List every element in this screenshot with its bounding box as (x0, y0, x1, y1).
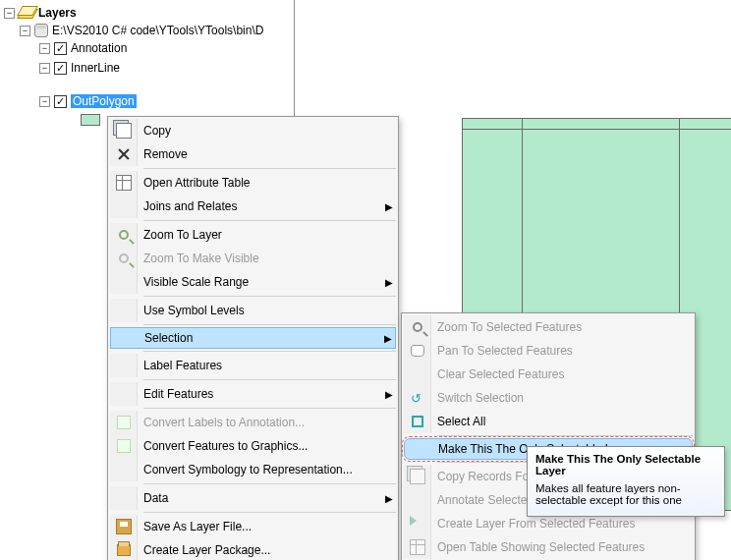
tooltip-title: Make This The Only Selectable Layer (535, 453, 716, 476)
menu-separator (437, 435, 693, 436)
symbol-swatch-outpolygon[interactable] (81, 114, 100, 126)
checkbox-innerline[interactable]: ✓ (54, 62, 67, 75)
expander-outpolygon[interactable]: − (39, 96, 50, 107)
submenu-arrow-icon: ▶ (382, 389, 396, 400)
database-icon (34, 24, 48, 37)
mi-open-attribute-table[interactable]: Open Attribute Table (110, 171, 396, 195)
mi-visible-scale-range[interactable]: Visible Scale Range▶ (110, 270, 396, 294)
mi-open-table-selected: Open Table Showing Selected Features (404, 535, 693, 559)
mi-joins-relates[interactable]: Joins and Relates▶ (110, 195, 396, 218)
mi-edit-features[interactable]: Edit Features▶ (110, 382, 396, 406)
mi-label-features[interactable]: Label Features (110, 354, 396, 377)
package-icon (117, 544, 131, 556)
layer-context-menu: Copy Remove Open Attribute Table Joins a… (107, 116, 399, 560)
select-all-icon (412, 416, 423, 427)
mi-remove[interactable]: Remove (110, 142, 396, 166)
mi-switch-selection: Switch Selection (404, 386, 693, 410)
menu-separator (143, 351, 396, 352)
tooltip-body: Makes all feature layers non-selectable … (535, 482, 716, 506)
zoom-selected-icon (413, 322, 422, 332)
mi-convert-features[interactable]: Convert Features to Graphics... (110, 434, 396, 458)
layers-root-label[interactable]: Layers (38, 6, 77, 20)
save-icon (116, 519, 132, 534)
mi-convert-labels: Convert Labels to Annotation... (110, 411, 396, 434)
expander-layers[interactable]: − (4, 8, 15, 19)
db-path[interactable]: E:\VS2010 C# code\YTools\YTools\bin\D (52, 24, 263, 37)
mi-copy[interactable]: Copy (110, 119, 396, 142)
submenu-arrow-icon: ▶ (382, 277, 396, 288)
mi-data[interactable]: Data▶ (110, 486, 396, 510)
mi-zoom-to-layer[interactable]: Zoom To Layer (110, 223, 396, 247)
copy-icon (116, 123, 132, 139)
mi-pan-selected: Pan To Selected Features (404, 339, 693, 363)
create-layer-icon (410, 516, 425, 532)
tooltip: Make This The Only Selectable Layer Make… (527, 446, 725, 517)
mi-create-layer-package[interactable]: Create Layer Package... (110, 538, 396, 560)
layer-annotation[interactable]: Annotation (71, 41, 127, 55)
mi-select-all[interactable]: Select All (404, 410, 693, 433)
mi-save-as-layer-file[interactable]: Save As Layer File... (110, 515, 396, 538)
checkbox-annotation[interactable]: ✓ (54, 42, 67, 55)
menu-separator (143, 168, 396, 169)
remove-icon (116, 146, 132, 162)
mi-zoom-to-visible: Zoom To Make Visible (110, 247, 396, 270)
submenu-arrow-icon: ▶ (382, 493, 396, 504)
pan-icon (411, 345, 424, 357)
layers-icon (19, 6, 34, 20)
mi-zoom-selected: Zoom To Selected Features (404, 315, 693, 339)
menu-separator (143, 408, 396, 409)
table-icon (116, 175, 132, 191)
mi-selection[interactable]: Selection▶ (110, 327, 396, 349)
convert-icon (117, 416, 131, 429)
submenu-arrow-icon: ▶ (382, 201, 396, 212)
expander-db[interactable]: − (20, 26, 30, 36)
menu-separator (143, 220, 396, 221)
convert-icon (117, 439, 131, 453)
table-icon (410, 539, 425, 555)
layer-innerline[interactable]: InnerLine (71, 61, 120, 75)
expander-innerline[interactable]: − (39, 63, 50, 74)
menu-separator (143, 379, 396, 380)
copy-icon (410, 469, 425, 484)
layer-outpolygon[interactable]: OutPolygon (71, 94, 137, 108)
menu-separator (143, 296, 396, 297)
menu-separator (143, 324, 396, 325)
menu-separator (143, 512, 396, 513)
submenu-arrow-icon: ▶ (381, 333, 395, 344)
switch-icon (411, 391, 424, 405)
mi-use-symbol-levels[interactable]: Use Symbol Levels (110, 299, 396, 322)
zoom-icon (119, 230, 129, 240)
mi-clear-selected: Clear Selected Features (404, 363, 693, 386)
checkbox-outpolygon[interactable]: ✓ (54, 95, 67, 108)
zoom-icon (119, 253, 129, 263)
menu-separator (143, 483, 396, 484)
expander-annotation[interactable]: − (39, 43, 50, 54)
selection-submenu: Zoom To Selected Features Pan To Selecte… (401, 312, 696, 560)
mi-convert-symbology[interactable]: Convert Symbology to Representation... (110, 458, 396, 481)
